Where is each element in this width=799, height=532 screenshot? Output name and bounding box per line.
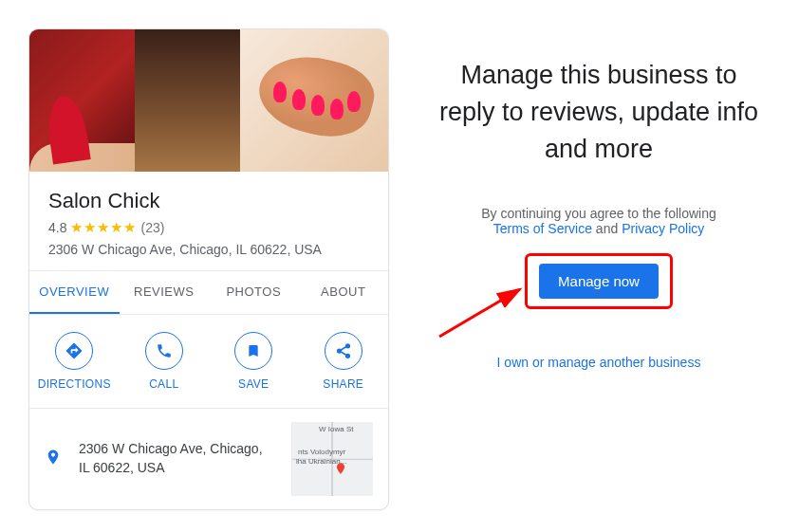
- business-card: Salon Chick 4.8 ★★★★★ (23) 2306 W Chicag…: [28, 28, 389, 510]
- manage-panel: Manage this business to reply to reviews…: [427, 28, 771, 510]
- save-button[interactable]: SAVE: [209, 332, 299, 391]
- action-label: SHARE: [323, 377, 363, 391]
- minimap-thumbnail[interactable]: W Iowa St nts Volodymyr lha Ukrainian...: [291, 422, 373, 496]
- business-info: Salon Chick 4.8 ★★★★★ (23) 2306 W Chicag…: [29, 172, 388, 270]
- photo-thumbnail[interactable]: [29, 29, 135, 172]
- business-name: Salon Chick: [48, 189, 369, 213]
- terms-link[interactable]: Terms of Service: [493, 221, 592, 236]
- directions-button[interactable]: DIRECTIONS: [29, 332, 120, 391]
- action-label: SAVE: [238, 377, 269, 391]
- directions-icon: [55, 332, 93, 370]
- tab-overview[interactable]: OVERVIEW: [29, 271, 120, 314]
- tabs: OVERVIEW REVIEWS PHOTOS ABOUT: [29, 270, 388, 315]
- share-button[interactable]: SHARE: [299, 332, 389, 391]
- address-text: 2306 W Chicago Ave, Chicago, IL 60622, U…: [48, 242, 369, 257]
- review-count: (23): [140, 220, 164, 235]
- agree-text: By continuing you agree to the following…: [427, 206, 771, 236]
- photo-thumbnail[interactable]: [240, 29, 388, 172]
- manage-now-button[interactable]: Manage now: [539, 264, 659, 299]
- rating-row[interactable]: 4.8 ★★★★★ (23): [48, 219, 369, 236]
- privacy-link[interactable]: Privacy Policy: [622, 221, 704, 236]
- minimap-street-label: W Iowa St: [319, 426, 353, 434]
- photo-strip[interactable]: [29, 29, 388, 172]
- action-bar: DIRECTIONS CALL SAVE SHARE: [29, 315, 388, 409]
- share-icon: [325, 332, 362, 370]
- action-label: CALL: [149, 377, 178, 391]
- rating-value: 4.8: [48, 220, 66, 235]
- own-another-link[interactable]: I own or manage another business: [427, 355, 771, 370]
- minimap-poi-label: nts Volodymyr: [298, 449, 345, 457]
- svg-line-4: [341, 352, 346, 356]
- phone-icon: [145, 332, 183, 370]
- photo-thumbnail[interactable]: [135, 29, 240, 172]
- map-pin-icon: [45, 447, 62, 471]
- tab-reviews[interactable]: REVIEWS: [120, 271, 210, 314]
- svg-line-3: [341, 347, 346, 351]
- address-row[interactable]: 2306 W Chicago Ave, Chicago, IL 60622, U…: [29, 409, 388, 509]
- tab-photos[interactable]: PHOTOS: [209, 271, 299, 314]
- map-marker-icon: [334, 460, 347, 473]
- call-button[interactable]: CALL: [120, 332, 210, 391]
- manage-highlight-box: Manage now: [525, 253, 673, 309]
- bookmark-icon: [234, 332, 272, 370]
- tab-about[interactable]: ABOUT: [299, 271, 389, 314]
- star-icons: ★★★★★: [70, 219, 137, 236]
- headline: Manage this business to reply to reviews…: [427, 57, 771, 168]
- action-label: DIRECTIONS: [38, 377, 111, 391]
- address-detail: 2306 W Chicago Ave, Chicago, IL 60622, U…: [79, 440, 274, 477]
